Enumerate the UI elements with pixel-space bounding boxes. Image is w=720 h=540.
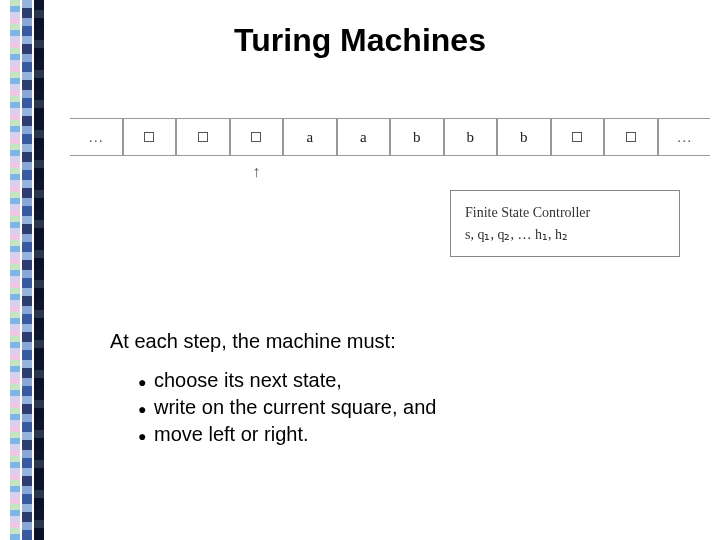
- tape-cell: [604, 119, 658, 155]
- fsc-states: s, q₁, q₂, … h₁, h₂: [465, 225, 665, 245]
- bullet-dot-icon: ●: [138, 427, 154, 446]
- decorative-sidebar: [10, 0, 48, 540]
- bullet-list: ● choose its next state,● write on the c…: [138, 367, 650, 448]
- finite-state-controller-box: Finite State Controller s, q₁, q₂, … h₁,…: [450, 190, 680, 257]
- slide-title: Turing Machines: [0, 22, 720, 59]
- decor-strip: [34, 0, 44, 540]
- bullet-text: write on the current square, and: [154, 394, 436, 421]
- blank-square-icon: [626, 132, 636, 142]
- tape-cell: [123, 119, 177, 155]
- blank-square-icon: [144, 132, 154, 142]
- decor-strip: [22, 0, 32, 540]
- fsc-title: Finite State Controller: [465, 203, 665, 223]
- bullet-item: ● choose its next state,: [138, 367, 650, 394]
- turing-tape-diagram: … ↑aabbb…: [70, 118, 710, 156]
- tape-cell: b: [390, 119, 444, 155]
- blank-square-icon: [251, 132, 261, 142]
- bullet-dot-icon: ●: [138, 373, 154, 392]
- decor-strip: [10, 0, 20, 540]
- slide-body: At each step, the machine must: ● choose…: [110, 330, 650, 448]
- blank-square-icon: [572, 132, 582, 142]
- tape-cell: a: [337, 119, 391, 155]
- tape-cell: b: [444, 119, 498, 155]
- body-lead: At each step, the machine must:: [110, 330, 650, 353]
- bullet-dot-icon: ●: [138, 400, 154, 419]
- tape-cell: a: [283, 119, 337, 155]
- bullet-item: ● write on the current square, and: [138, 394, 650, 421]
- tape-head-arrow-icon: ↑: [252, 163, 260, 181]
- tape-cell: b: [497, 119, 551, 155]
- tape-cell: [551, 119, 605, 155]
- tape: … ↑aabbb…: [70, 118, 710, 156]
- tape-cell: [176, 119, 230, 155]
- tape-ellipsis-right: …: [658, 119, 711, 155]
- bullet-item: ● move left or right.: [138, 421, 650, 448]
- bullet-text: move left or right.: [154, 421, 309, 448]
- tape-cell: ↑: [230, 119, 284, 155]
- blank-square-icon: [198, 132, 208, 142]
- tape-ellipsis-left: …: [70, 119, 123, 155]
- bullet-text: choose its next state,: [154, 367, 342, 394]
